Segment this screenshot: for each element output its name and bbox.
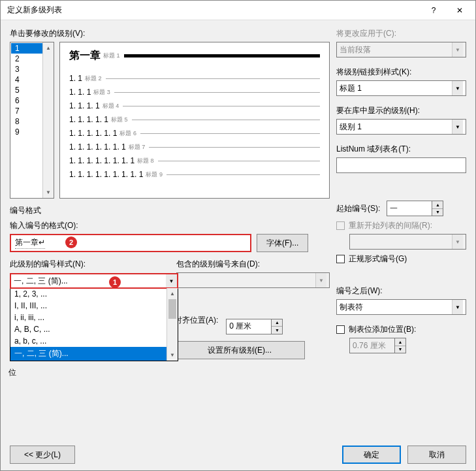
align-at-label: 对齐位置(A): (174, 315, 218, 326)
include-level-select: ▼ (176, 272, 330, 288)
align-at-spinner[interactable]: 0 厘米 ▲▼ (226, 319, 283, 334)
spinner-down-icon[interactable]: ▼ (272, 327, 282, 334)
format-input-label: 输入编号的格式(O): (10, 220, 330, 231)
follow-number-label: 编号之后(W): (336, 285, 466, 297)
link-style-label: 将级别链接到样式(K): (336, 67, 466, 78)
spinner-up-icon[interactable]: ▲ (432, 201, 443, 209)
legal-checkbox[interactable] (336, 255, 345, 263)
link-style-select[interactable]: 标题 1 ▼ (336, 80, 466, 96)
dropdown-item[interactable]: A, B, C, ... (10, 323, 178, 335)
ok-button[interactable]: 确定 (342, 446, 401, 464)
callout-1: 1 (109, 276, 121, 288)
scroll-thumb[interactable] (168, 299, 176, 319)
chevron-down-icon: ▼ (452, 235, 463, 249)
click-level-label: 单击要修改的级别(V): (10, 28, 330, 39)
listnum-input[interactable] (336, 157, 466, 173)
tab-stop-spinner: 0.76 厘米 ▲▼ (349, 338, 466, 353)
legal-label: 正规形式编号(G) (349, 253, 407, 265)
start-at-spinner[interactable]: 一 ▲▼ (387, 201, 443, 216)
font-button[interactable]: 字体(F)... (257, 234, 308, 252)
dialog-title: 定义新多级列表 (7, 5, 420, 16)
apply-to-select: 当前段落 ▼ (336, 42, 466, 57)
gallery-level-select[interactable]: 级别 1 ▼ (336, 119, 466, 135)
restart-label: 重新开始列表的间隔(R): (349, 220, 432, 231)
scroll-up-icon[interactable]: ▲ (167, 288, 178, 299)
chevron-down-icon[interactable]: ▼ (452, 120, 463, 134)
cancel-button[interactable]: 取消 (407, 446, 466, 464)
restart-select: ▼ (349, 234, 466, 250)
chevron-down-icon[interactable]: ▼ (452, 81, 463, 95)
dropdown-item[interactable]: i, ii, iii, ... (10, 312, 178, 323)
scroll-up-icon[interactable]: ▲ (43, 42, 54, 54)
titlebar: 定义新多级列表 ? ✕ (1, 1, 475, 20)
listnum-label: ListNum 域列表名(T): (336, 144, 466, 155)
number-format-input[interactable]: 第一章↵ (10, 234, 251, 252)
level-listbox[interactable]: 1 2 3 4 5 6 7 8 9 ▲ ▼ (10, 42, 54, 199)
restart-checkbox (336, 221, 345, 230)
chevron-down-icon: ▼ (452, 42, 463, 57)
spinner-up-icon: ▲ (395, 338, 405, 346)
format-section-label: 编号格式 (10, 205, 330, 216)
callout-2: 2 (65, 236, 77, 248)
spinner-down-icon[interactable]: ▼ (432, 209, 443, 216)
less-button[interactable]: << 更少(L) (10, 446, 75, 464)
number-style-label: 此级别的编号样式(N): (10, 259, 163, 270)
level-scrollbar[interactable]: ▲ ▼ (42, 42, 54, 198)
tab-stop-label: 制表位添加位置(B): (349, 324, 416, 335)
apply-to-label: 将更改应用于(C): (336, 28, 466, 39)
help-icon: ? (432, 6, 436, 15)
scroll-down-icon[interactable]: ▼ (167, 349, 178, 361)
dropdown-item[interactable]: 1, 2, 3, ... (10, 288, 178, 300)
preview-pane: 第一章标题 1 1. 1标题 2 1. 1. 1标题 3 1. 1. 1. 1标… (59, 42, 330, 199)
help-button[interactable]: ? (420, 1, 447, 20)
dialog-footer: << 更少(L) 确定 取消 (1, 439, 475, 470)
include-level-label: 包含的级别编号来自(D): (176, 259, 330, 270)
dropdown-scrollbar[interactable]: ▲ ▼ (167, 288, 178, 361)
dropdown-item[interactable]: 一, 二, 三 (简)... (10, 347, 178, 361)
follow-number-select[interactable]: 制表符 ▼ (336, 299, 466, 315)
spinner-up-icon[interactable]: ▲ (272, 319, 282, 327)
dialog: 定义新多级列表 ? ✕ 单击要修改的级别(V): 1 2 3 4 5 6 (0, 0, 476, 471)
spinner-down-icon: ▼ (395, 346, 405, 353)
start-at-label: 起始编号(S): (336, 203, 380, 214)
dropdown-item[interactable]: a, b, c, ... (10, 335, 178, 347)
pos-fragment: 位 (8, 367, 16, 378)
dropdown-item[interactable]: I, II, III, ... (10, 300, 178, 312)
chevron-down-icon[interactable]: ▼ (452, 300, 463, 314)
chevron-down-icon[interactable]: ▼ (166, 274, 177, 287)
set-all-levels-button[interactable]: 设置所有级别(E)... (174, 341, 305, 359)
close-button[interactable]: ✕ (447, 1, 473, 20)
close-icon: ✕ (456, 6, 463, 15)
gallery-level-label: 要在库中显示的级别(H): (336, 105, 466, 116)
number-style-dropdown[interactable]: 一, 二, 三 (简)... 1 ▼ 1, 2, 3, ... I, II, I… (10, 273, 178, 361)
tab-stop-checkbox[interactable] (336, 325, 345, 334)
chevron-down-icon: ▼ (315, 273, 326, 287)
dialog-body: 单击要修改的级别(V): 1 2 3 4 5 6 7 8 9 (1, 20, 475, 439)
scroll-down-icon[interactable]: ▼ (43, 187, 54, 198)
